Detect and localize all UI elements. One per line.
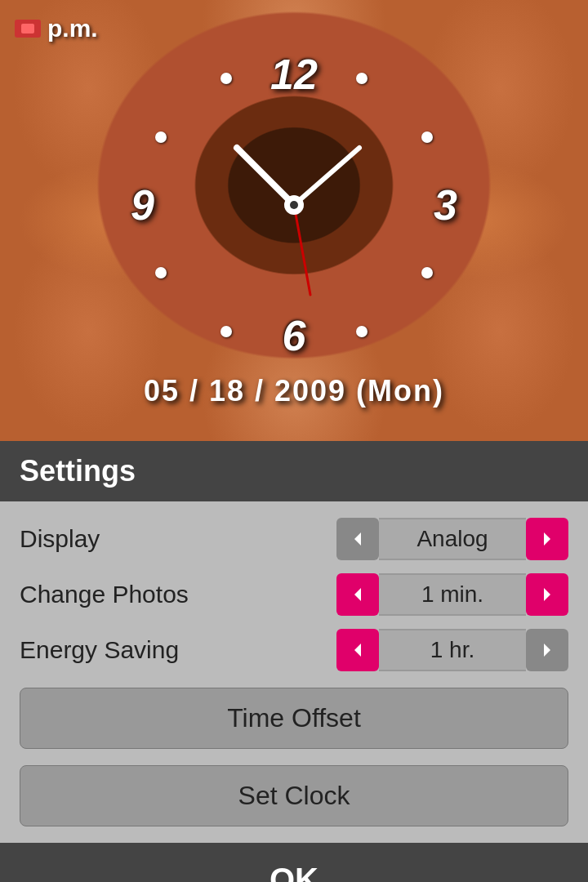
change-photos-control: 1 min. (336, 573, 568, 616)
display-label: Display (20, 525, 100, 553)
time-offset-button[interactable]: Time Offset (20, 688, 568, 749)
svg-marker-7 (354, 588, 361, 601)
energy-saving-row: Energy Saving 1 hr. (20, 629, 568, 671)
energy-saving-left-arrow[interactable] (336, 629, 379, 671)
ok-label: OK (270, 862, 318, 883)
display-row: Display Analog (20, 518, 568, 560)
settings-panel: Settings Display Analog Change Photos (0, 441, 588, 843)
energy-saving-right-arrow[interactable] (526, 629, 568, 671)
clock-panel: p.m. 12 3 6 9 05 / 18 / 2009 (Mon (0, 0, 588, 441)
change-photos-row: Change Photos 1 min. (20, 573, 568, 616)
change-photos-right-arrow[interactable] (526, 573, 568, 616)
svg-line-0 (237, 148, 294, 205)
ok-bar[interactable]: OK (0, 843, 588, 882)
change-photos-left-arrow[interactable] (336, 573, 379, 616)
display-value: Analog (379, 518, 526, 560)
set-clock-button[interactable]: Set Clock (20, 765, 568, 826)
change-photos-label: Change Photos (20, 581, 189, 608)
display-right-arrow[interactable] (526, 518, 568, 560)
pm-icon (15, 20, 41, 38)
svg-line-1 (294, 148, 359, 205)
energy-saving-control: 1 hr. (336, 629, 568, 671)
settings-body: Display Analog Change Photos 1 min. (0, 501, 588, 843)
energy-saving-value: 1 hr. (379, 629, 526, 671)
settings-header: Settings (0, 441, 588, 501)
change-photos-value: 1 min. (379, 573, 526, 616)
svg-marker-8 (544, 588, 550, 601)
settings-title: Settings (20, 454, 136, 488)
svg-marker-6 (544, 532, 550, 546)
svg-marker-9 (354, 644, 361, 657)
display-left-arrow[interactable] (336, 518, 379, 560)
pm-indicator: p.m. (15, 15, 98, 42)
svg-marker-10 (544, 644, 550, 657)
clock-face: 12 3 6 9 (139, 50, 449, 360)
date-display: 05 / 18 / 2009 (Mon) (144, 374, 444, 408)
svg-marker-5 (354, 532, 361, 546)
clock-hands (139, 50, 449, 360)
svg-line-2 (294, 205, 310, 295)
svg-point-4 (290, 201, 298, 209)
energy-saving-label: Energy Saving (20, 636, 179, 664)
display-control: Analog (336, 518, 568, 560)
pm-text: p.m. (47, 15, 98, 42)
